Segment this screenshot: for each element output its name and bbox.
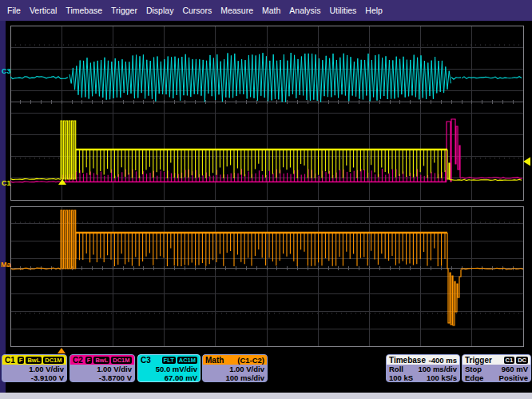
trace-math: [76, 233, 445, 266]
trace-c3: [69, 53, 451, 102]
trigger-header: Trigger C1DC: [463, 355, 530, 365]
trace-c1: [61, 121, 76, 179]
bottom-edge-strip: [0, 393, 532, 399]
menu-item-measure[interactable]: Measure: [220, 6, 253, 15]
oscilloscope-display: C3C1Ma: [0, 0, 532, 399]
trace-c3: [451, 78, 461, 80]
trigger-title: Trigger: [465, 356, 492, 365]
trace-label-c1: C1: [2, 179, 11, 187]
trigger-level-marker[interactable]: [523, 158, 530, 166]
grid-axis-ticks: [10, 100, 523, 104]
timebase-delay: -400 ms: [429, 356, 457, 365]
menu-item-help[interactable]: Help: [365, 6, 383, 15]
badge-dc1m: DC1M: [111, 357, 131, 364]
c2-badges: FBwLDC1M: [85, 357, 132, 364]
c1-title: C1: [5, 356, 15, 365]
c3-offset: 67.00 mV: [138, 373, 200, 382]
c2-title: C2: [73, 356, 83, 365]
timebase-mode: Roll: [389, 365, 403, 373]
trace-math: [61, 210, 76, 269]
channel-descriptor-c1[interactable]: C1 FBwLDC1M 1.00 V/div -3.9100 V: [2, 354, 67, 382]
trigger-type: Edge: [465, 373, 483, 382]
menu-item-file[interactable]: File: [7, 6, 21, 15]
trigger-slope: Positive: [499, 373, 528, 382]
badge-bwl: BwL: [26, 357, 42, 364]
badge-bwl: BwL: [93, 357, 109, 364]
badge-f: F: [18, 357, 25, 364]
c3-badges: FLTAC1M: [162, 357, 197, 364]
timebase-title: Timebase: [389, 356, 426, 365]
c1-volts-per-div: 1.00 V/div: [2, 365, 66, 373]
c1-offset: -3.9100 V: [2, 373, 66, 382]
trigger-level: 960 mV: [502, 365, 528, 373]
trigger-row-2: Edge Positive: [463, 373, 530, 382]
timebase-scale: 100 ms/div: [418, 365, 457, 373]
menu-item-trigger[interactable]: Trigger: [111, 6, 137, 15]
badge-dc: DC: [516, 357, 528, 364]
timebase-samplerate: 100 kS/s: [427, 373, 457, 382]
menu-item-analysis[interactable]: Analysis: [289, 6, 320, 15]
c2-offset: -3.8700 V: [70, 373, 134, 382]
menu-item-display[interactable]: Display: [146, 6, 173, 15]
math-header: Math (C1-C2): [203, 355, 267, 365]
trace-c3: [10, 77, 68, 79]
menu-item-utilities[interactable]: Utilities: [329, 6, 356, 15]
trigger-mode: Stop: [465, 365, 482, 373]
math-volts-per-div: 1.00 V/div: [203, 365, 267, 373]
timebase-samples: 100 kS: [389, 373, 413, 382]
timebase-header: Timebase -400 ms: [387, 355, 459, 365]
grid-lines: [10, 206, 523, 346]
math-function: (C1-C2): [237, 356, 264, 365]
trace-c1: [447, 150, 450, 180]
c1-header: C1 FBwLDC1M: [2, 355, 66, 365]
menu-item-math[interactable]: Math: [262, 6, 280, 15]
timebase-row-2: 100 kS 100 kS/s: [387, 373, 459, 382]
c3-title: C3: [141, 356, 151, 365]
trace-c2: [62, 169, 446, 182]
menu-bar: FileVerticalTimebaseTriggerDisplayCursor…: [0, 0, 532, 21]
c2-header: C2 FBwLDC1M: [70, 355, 134, 365]
trace-c2: [10, 182, 61, 182]
trace-c3: [462, 77, 522, 79]
c1-badges: FBwLDC1M: [18, 357, 64, 364]
trace-label-c3: C3: [2, 67, 11, 75]
badge-ac1m: AC1M: [177, 357, 197, 364]
badge-c1: C1: [504, 357, 515, 364]
trace-c1: [450, 179, 522, 180]
badge-flt: FLT: [162, 357, 176, 364]
menu-item-cursors[interactable]: Cursors: [182, 6, 212, 15]
math-descriptor[interactable]: Math (C1-C2) 1.00 V/div 100 ms/div: [202, 354, 268, 382]
math-title: Math: [205, 356, 224, 365]
badge-dc1m: DC1M: [43, 357, 63, 364]
channel-descriptor-c2[interactable]: C2 FBwLDC1M 1.00 V/div -3.8700 V: [69, 354, 135, 382]
timebase-descriptor[interactable]: Timebase -400 ms Roll 100 ms/div 100 kS …: [386, 354, 460, 382]
math-time-per-div: 100 ms/div: [203, 373, 267, 382]
c2-volts-per-div: 1.00 V/div: [70, 365, 134, 373]
menu-item-timebase[interactable]: Timebase: [66, 6, 102, 15]
trigger-descriptor[interactable]: Trigger C1DC Stop 960 mV Edge Positive: [462, 354, 531, 382]
trigger-time-marker-bottom[interactable]: [58, 348, 66, 353]
trace-label-ma: Ma: [1, 261, 11, 269]
trigger-row-1: Stop 960 mV: [463, 365, 530, 373]
c3-volts-per-div: 50.0 mV/div: [138, 365, 200, 373]
timebase-row-1: Roll 100 ms/div: [387, 365, 459, 373]
grid-axis-ticks: [10, 266, 523, 270]
c3-header: C3 FLTAC1M: [138, 355, 200, 365]
trace-c1: [10, 178, 61, 179]
badge-f: F: [85, 357, 93, 364]
trigger-badges: C1DC: [504, 357, 528, 364]
channel-descriptor-c3[interactable]: C3 FLTAC1M 50.0 mV/div 67.00 mV: [137, 354, 200, 382]
menu-item-vertical[interactable]: Vertical: [30, 6, 57, 15]
